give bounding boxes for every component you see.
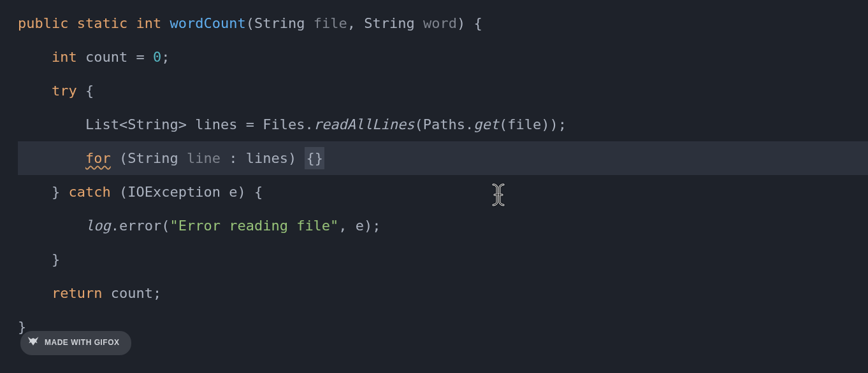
code-line-7[interactable]: log.error("Error reading file", e); xyxy=(18,209,868,243)
class-files: Files xyxy=(263,113,305,136)
keyword-public: public xyxy=(18,12,68,34)
variable-line: line xyxy=(187,147,221,169)
type-ioexception: IOException xyxy=(127,181,221,203)
equals: = xyxy=(136,46,144,68)
comma: , xyxy=(347,12,356,34)
param-name-1: file xyxy=(314,12,347,34)
gifox-badge-text: MADE WITH GIFOX xyxy=(45,337,120,349)
string-literal: "Error reading file" xyxy=(170,215,338,237)
keyword-return: return xyxy=(52,282,102,304)
brace-open: { xyxy=(85,80,94,102)
keyword-static: static xyxy=(77,12,127,34)
paren-open: ( xyxy=(161,215,170,237)
method-error: error xyxy=(119,215,161,237)
dot: . xyxy=(111,215,119,237)
code-line-3[interactable]: try { xyxy=(18,74,868,108)
paren-close: ) xyxy=(364,215,372,237)
code-line-2[interactable]: int count = 0; xyxy=(18,40,868,74)
semicolon: ; xyxy=(153,282,161,304)
empty-braces: {} xyxy=(305,147,324,169)
brace-close: } xyxy=(52,248,60,271)
code-line-5-highlighted[interactable]: for (String line : lines) {} xyxy=(18,141,868,175)
field-log: log xyxy=(85,215,111,237)
paren-open: ( xyxy=(119,147,127,169)
paren-close: ) xyxy=(457,12,465,34)
comma: , xyxy=(338,215,347,237)
param-type-1: String xyxy=(254,12,305,34)
arg-e: e xyxy=(356,215,364,237)
param-name-2: word xyxy=(423,12,457,34)
class-paths: Paths xyxy=(423,113,465,136)
gifox-badge[interactable]: MADE WITH GIFOX xyxy=(20,331,131,355)
code-line-10[interactable]: } xyxy=(18,310,868,344)
variable-count: count xyxy=(85,46,127,68)
paren-close: ) xyxy=(288,147,296,169)
semicolon: ; xyxy=(558,113,567,136)
variable-lines: lines xyxy=(195,113,237,136)
brace-open: { xyxy=(254,181,263,203)
semicolon: ; xyxy=(372,215,380,237)
code-editor[interactable]: public static int wordCount(String file,… xyxy=(0,6,868,344)
dot: . xyxy=(465,113,474,136)
paren-open: ( xyxy=(119,181,127,203)
function-name: wordCount xyxy=(170,12,245,34)
number-zero: 0 xyxy=(153,46,161,68)
keyword-for-warning: for xyxy=(85,147,111,169)
angle-close: > xyxy=(178,113,187,136)
type-string: String xyxy=(127,147,178,169)
code-line-6[interactable]: } catch (IOException e) { xyxy=(18,175,868,209)
variable-count: count xyxy=(111,282,153,304)
keyword-try: try xyxy=(52,80,77,102)
variable-e: e xyxy=(229,181,237,203)
paren-close: ) xyxy=(541,113,549,136)
keyword-int: int xyxy=(52,46,77,68)
method-get: get xyxy=(474,113,499,136)
code-line-1[interactable]: public static int wordCount(String file,… xyxy=(18,6,868,40)
arg-file: file xyxy=(507,113,541,136)
keyword-catch: catch xyxy=(68,181,110,203)
dot: . xyxy=(305,113,313,136)
colon: : xyxy=(229,147,237,169)
semicolon: ; xyxy=(161,46,170,68)
brace-open: { xyxy=(474,12,482,34)
angle-open: < xyxy=(119,113,127,136)
paren-close: ) xyxy=(550,113,558,136)
variable-lines: lines xyxy=(246,147,288,169)
paren-close: ) xyxy=(237,181,245,203)
code-line-4[interactable]: List<String> lines = Files.readAllLines(… xyxy=(18,108,868,141)
fox-icon xyxy=(27,335,40,351)
type-list: List xyxy=(85,113,119,136)
paren-open: ( xyxy=(499,113,507,136)
method-readalllines: readAllLines xyxy=(314,113,415,136)
equals: = xyxy=(246,113,254,136)
paren-open: ( xyxy=(246,12,254,34)
keyword-int: int xyxy=(136,12,161,34)
brace-close: } xyxy=(52,181,60,203)
param-type-2: String xyxy=(364,12,414,34)
code-line-9[interactable]: return count; xyxy=(18,276,868,310)
paren-open: ( xyxy=(415,113,423,136)
type-string: String xyxy=(127,113,178,136)
code-line-8[interactable]: } xyxy=(18,243,868,276)
